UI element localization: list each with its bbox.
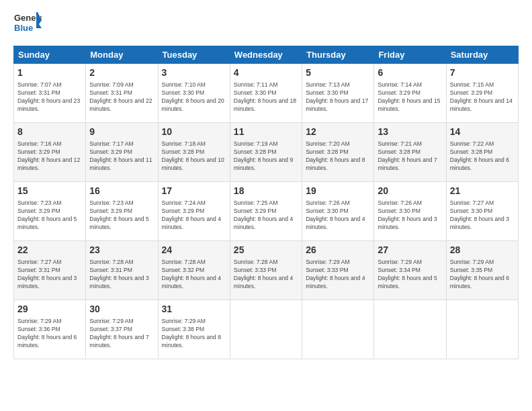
header: General Blue (13, 11, 519, 39)
calendar-cell: 19Sunrise: 7:26 AMSunset: 3:30 PMDayligh… (302, 182, 374, 241)
day-info: Sunrise: 7:20 AMSunset: 3:28 PMDaylight:… (306, 140, 370, 172)
day-number: 13 (378, 126, 442, 138)
calendar-cell: 10Sunrise: 7:18 AMSunset: 3:28 PMDayligh… (158, 123, 230, 182)
calendar-cell: 29Sunrise: 7:29 AMSunset: 3:36 PMDayligh… (14, 300, 86, 359)
day-number: 8 (17, 126, 82, 138)
day-info: Sunrise: 7:18 AMSunset: 3:28 PMDaylight:… (162, 140, 226, 172)
day-info: Sunrise: 7:23 AMSunset: 3:29 PMDaylight:… (17, 199, 82, 231)
calendar-cell: 26Sunrise: 7:29 AMSunset: 3:33 PMDayligh… (302, 241, 374, 300)
calendar-table: SundayMondayTuesdayWednesdayThursdayFrid… (13, 46, 519, 359)
day-number: 25 (234, 244, 298, 257)
day-number: 20 (378, 185, 442, 197)
svg-text:Blue: Blue (14, 23, 33, 33)
day-number: 1 (17, 66, 82, 79)
calendar-cell: 5Sunrise: 7:13 AMSunset: 3:30 PMDaylight… (302, 64, 374, 123)
weekday-header-saturday: Saturday (446, 46, 518, 64)
calendar-cell: 22Sunrise: 7:27 AMSunset: 3:31 PMDayligh… (14, 241, 86, 300)
week-row-5: 29Sunrise: 7:29 AMSunset: 3:36 PMDayligh… (14, 300, 519, 359)
day-number: 24 (162, 244, 226, 257)
calendar-cell: 4Sunrise: 7:11 AMSunset: 3:30 PMDaylight… (230, 64, 302, 123)
day-info: Sunrise: 7:29 AMSunset: 3:34 PMDaylight:… (378, 258, 442, 290)
day-info: Sunrise: 7:26 AMSunset: 3:30 PMDaylight:… (378, 199, 442, 231)
day-info: Sunrise: 7:28 AMSunset: 3:31 PMDaylight:… (89, 258, 154, 290)
calendar-cell: 31Sunrise: 7:29 AMSunset: 3:38 PMDayligh… (158, 300, 230, 359)
calendar-cell: 25Sunrise: 7:28 AMSunset: 3:33 PMDayligh… (230, 241, 302, 300)
calendar-cell: 16Sunrise: 7:23 AMSunset: 3:29 PMDayligh… (86, 182, 158, 241)
calendar-cell: 24Sunrise: 7:28 AMSunset: 3:32 PMDayligh… (158, 241, 230, 300)
day-info: Sunrise: 7:28 AMSunset: 3:32 PMDaylight:… (162, 258, 226, 290)
day-info: Sunrise: 7:27 AMSunset: 3:30 PMDaylight:… (450, 199, 515, 231)
day-info: Sunrise: 7:19 AMSunset: 3:28 PMDaylight:… (234, 140, 298, 172)
day-number: 5 (306, 66, 370, 79)
weekday-header-thursday: Thursday (302, 46, 374, 64)
day-number: 26 (306, 244, 370, 257)
day-info: Sunrise: 7:25 AMSunset: 3:29 PMDaylight:… (234, 199, 298, 231)
page: General Blue SundayMondayTuesdayWednesda… (0, 0, 532, 411)
calendar-cell: 9Sunrise: 7:17 AMSunset: 3:29 PMDaylight… (86, 123, 158, 182)
week-row-1: 1Sunrise: 7:07 AMSunset: 3:31 PMDaylight… (14, 64, 519, 123)
day-number: 31 (162, 303, 226, 316)
calendar-cell: 13Sunrise: 7:21 AMSunset: 3:28 PMDayligh… (374, 123, 446, 182)
day-number: 6 (378, 66, 442, 79)
day-number: 22 (17, 244, 82, 257)
day-number: 9 (89, 126, 154, 138)
calendar-cell: 30Sunrise: 7:29 AMSunset: 3:37 PMDayligh… (86, 300, 158, 359)
calendar-cell: 28Sunrise: 7:29 AMSunset: 3:35 PMDayligh… (446, 241, 518, 300)
calendar-cell: 3Sunrise: 7:10 AMSunset: 3:30 PMDaylight… (158, 64, 230, 123)
day-number: 4 (234, 66, 298, 79)
weekday-header-sunday: Sunday (14, 46, 86, 64)
day-info: Sunrise: 7:29 AMSunset: 3:33 PMDaylight:… (306, 258, 370, 290)
day-info: Sunrise: 7:29 AMSunset: 3:38 PMDaylight:… (162, 317, 226, 349)
week-row-3: 15Sunrise: 7:23 AMSunset: 3:29 PMDayligh… (14, 182, 519, 241)
day-number: 28 (450, 244, 515, 257)
day-info: Sunrise: 7:28 AMSunset: 3:33 PMDaylight:… (234, 258, 298, 290)
day-number: 12 (306, 126, 370, 138)
day-number: 19 (306, 185, 370, 197)
weekday-header-wednesday: Wednesday (230, 46, 302, 64)
day-info: Sunrise: 7:10 AMSunset: 3:30 PMDaylight:… (162, 81, 226, 113)
day-info: Sunrise: 7:16 AMSunset: 3:29 PMDaylight:… (17, 140, 82, 172)
weekday-header-tuesday: Tuesday (158, 46, 230, 64)
weekday-header-monday: Monday (86, 46, 158, 64)
weekday-header-row: SundayMondayTuesdayWednesdayThursdayFrid… (14, 46, 519, 64)
calendar-cell: 15Sunrise: 7:23 AMSunset: 3:29 PMDayligh… (14, 182, 86, 241)
calendar-cell: 8Sunrise: 7:16 AMSunset: 3:29 PMDaylight… (14, 123, 86, 182)
day-info: Sunrise: 7:09 AMSunset: 3:31 PMDaylight:… (89, 81, 154, 113)
day-info: Sunrise: 7:15 AMSunset: 3:29 PMDaylight:… (450, 81, 515, 113)
day-info: Sunrise: 7:17 AMSunset: 3:29 PMDaylight:… (89, 140, 154, 172)
calendar-body: 1Sunrise: 7:07 AMSunset: 3:31 PMDaylight… (14, 64, 519, 359)
day-number: 18 (234, 185, 298, 197)
day-number: 16 (89, 185, 154, 197)
day-info: Sunrise: 7:07 AMSunset: 3:31 PMDaylight:… (17, 81, 82, 113)
day-info: Sunrise: 7:14 AMSunset: 3:29 PMDaylight:… (378, 81, 442, 113)
calendar-cell: 27Sunrise: 7:29 AMSunset: 3:34 PMDayligh… (374, 241, 446, 300)
day-number: 10 (162, 126, 226, 138)
day-number: 14 (450, 126, 515, 138)
calendar-cell: 1Sunrise: 7:07 AMSunset: 3:31 PMDaylight… (14, 64, 86, 123)
day-number: 7 (450, 66, 515, 79)
calendar-cell: 12Sunrise: 7:20 AMSunset: 3:28 PMDayligh… (302, 123, 374, 182)
week-row-2: 8Sunrise: 7:16 AMSunset: 3:29 PMDaylight… (14, 123, 519, 182)
logo: General Blue (13, 11, 42, 39)
calendar-cell: 6Sunrise: 7:14 AMSunset: 3:29 PMDaylight… (374, 64, 446, 123)
calendar-cell: 7Sunrise: 7:15 AMSunset: 3:29 PMDaylight… (446, 64, 518, 123)
weekday-header-friday: Friday (374, 46, 446, 64)
day-number: 30 (89, 303, 154, 316)
day-number: 27 (378, 244, 442, 257)
day-info: Sunrise: 7:24 AMSunset: 3:29 PMDaylight:… (162, 199, 226, 231)
day-info: Sunrise: 7:21 AMSunset: 3:28 PMDaylight:… (378, 140, 442, 172)
calendar-cell: 14Sunrise: 7:22 AMSunset: 3:28 PMDayligh… (446, 123, 518, 182)
calendar-cell (230, 300, 302, 359)
day-number: 29 (17, 303, 82, 316)
day-number: 2 (89, 66, 154, 79)
day-number: 11 (234, 126, 298, 138)
day-number: 17 (162, 185, 226, 197)
day-number: 3 (162, 66, 226, 79)
day-info: Sunrise: 7:22 AMSunset: 3:28 PMDaylight:… (450, 140, 515, 172)
day-info: Sunrise: 7:13 AMSunset: 3:30 PMDaylight:… (306, 81, 370, 113)
day-info: Sunrise: 7:29 AMSunset: 3:37 PMDaylight:… (89, 317, 154, 349)
day-info: Sunrise: 7:29 AMSunset: 3:35 PMDaylight:… (450, 258, 515, 290)
calendar-cell: 17Sunrise: 7:24 AMSunset: 3:29 PMDayligh… (158, 182, 230, 241)
calendar-cell: 2Sunrise: 7:09 AMSunset: 3:31 PMDaylight… (86, 64, 158, 123)
calendar-cell (302, 300, 374, 359)
